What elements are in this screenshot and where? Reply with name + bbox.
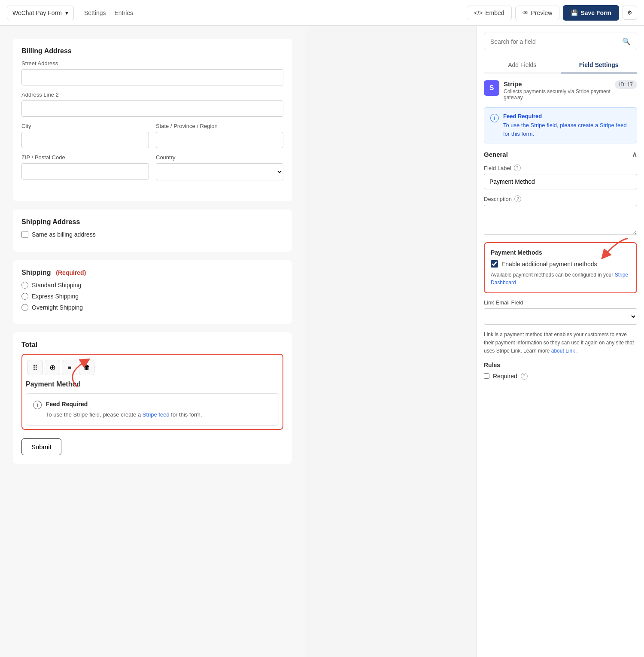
stripe-info: S Stripe Collects payments securely via … — [484, 80, 637, 100]
feed-required-title: Feed Required — [503, 113, 631, 119]
zip-label: ZIP / Postal Code — [21, 154, 149, 161]
feed-required-title: Feed Required — [46, 400, 202, 409]
stripe-feed-panel-link[interactable]: Stripe feed — [600, 122, 627, 128]
required-text: (Required) — [56, 269, 86, 276]
enable-payment-methods-checkbox[interactable] — [491, 260, 498, 268]
payment-toolbar: ⠿ ⊕ ≡ 🗑 — [26, 358, 279, 377]
stripe-feed-link[interactable]: Stripe feed — [143, 411, 170, 418]
feed-required-desc: To use the Stripe field, please create a… — [503, 121, 631, 138]
field-label-input[interactable] — [484, 174, 637, 189]
required-checkbox[interactable] — [484, 373, 489, 379]
billing-title: Billing Address — [21, 47, 283, 55]
country-select[interactable] — [156, 163, 283, 180]
payment-methods-desc: Available payment methods can be configu… — [491, 271, 630, 286]
enable-payment-methods-label: Enable additional payment methods — [501, 261, 597, 268]
tab-field-settings[interactable]: Field Settings — [561, 57, 638, 73]
stripe-details: Stripe Collects payments securely via St… — [504, 80, 611, 100]
form-area: Billing Address Street Address Address L… — [0, 26, 305, 657]
link-email-select[interactable] — [484, 308, 637, 325]
field-settings-button[interactable]: ≡ — [62, 360, 77, 375]
city-label: City — [21, 123, 149, 129]
street-input[interactable] — [21, 69, 283, 85]
stripe-name: Stripe — [504, 80, 611, 88]
stripe-description: Collects payments securely via Stripe pa… — [504, 88, 611, 100]
total-section: Total ⠿ ⊕ ≡ 🗑 — [13, 332, 292, 464]
nav-settings[interactable]: Settings — [84, 8, 106, 18]
express-shipping-row: Express Shipping — [21, 293, 283, 300]
payment-method-label: Payment Method — [26, 380, 279, 388]
description-group: Description ? — [484, 195, 637, 236]
link-email-label-row: Link Email Field — [484, 299, 637, 306]
link-description: Link is a payment method that enables yo… — [484, 331, 637, 356]
form-selector[interactable]: WeChat Pay Form ▾ — [7, 6, 74, 20]
main-layout: Billing Address Street Address Address L… — [0, 26, 644, 657]
code-icon: </> — [474, 9, 483, 16]
feed-required-text: Feed Required To use the Stripe field, p… — [46, 400, 202, 419]
required-label: Required — [493, 373, 517, 380]
header-left: WeChat Pay Form ▾ Settings Entries — [7, 6, 133, 20]
general-header[interactable]: General ∧ — [484, 150, 637, 158]
header-right: </> Embed 👁 Preview 💾 Save Form ⚙ — [467, 5, 637, 21]
standard-shipping-radio[interactable] — [21, 282, 28, 289]
eye-icon: 👁 — [522, 9, 529, 16]
zip-input[interactable] — [21, 163, 149, 179]
shipping-title: Shipping Address — [21, 218, 283, 226]
street-label: Street Address — [21, 60, 283, 67]
overnight-shipping-row: Overnight Shipping — [21, 304, 283, 311]
country-col: Country — [156, 154, 283, 186]
payment-methods-panel: Payment Methods Enable additional paymen… — [484, 242, 637, 293]
drag-icon: ⠿ — [33, 364, 38, 372]
about-link[interactable]: about Link — [551, 348, 575, 354]
standard-shipping-row: Standard Shipping — [21, 282, 283, 289]
shipping-options-section: Shipping (Required) Standard Shipping Ex… — [13, 260, 292, 324]
link-email-label: Link Email Field — [484, 299, 523, 306]
app-header: WeChat Pay Form ▾ Settings Entries </> E… — [0, 0, 644, 26]
delete-field-button[interactable]: 🗑 — [79, 360, 94, 375]
required-help-icon[interactable]: ? — [521, 373, 528, 380]
city-input[interactable] — [21, 132, 149, 148]
nav-entries[interactable]: Entries — [114, 8, 133, 18]
state-label: State / Province / Region — [156, 123, 283, 129]
save-button[interactable]: 💾 Save Form — [563, 5, 619, 21]
embed-button[interactable]: </> Embed — [467, 6, 512, 20]
state-input[interactable] — [156, 132, 283, 148]
feed-required-panel-text: Feed Required To use the Stripe field, p… — [503, 113, 631, 138]
description-label-row: Description ? — [484, 195, 637, 202]
address2-input[interactable] — [21, 100, 283, 117]
overnight-shipping-radio[interactable] — [21, 304, 28, 311]
preview-button[interactable]: 👁 Preview — [515, 6, 560, 20]
city-state-row: City State / Province / Region — [21, 123, 283, 148]
same-billing-checkbox[interactable] — [21, 231, 28, 238]
submit-button[interactable]: Submit — [21, 438, 61, 455]
country-label: Country — [156, 154, 283, 161]
settings-icon: ≡ — [67, 364, 71, 371]
address2-label: Address Line 2 — [21, 91, 283, 98]
field-label-help-icon[interactable]: ? — [514, 164, 521, 171]
shipping-required-row: Shipping (Required) — [21, 269, 283, 277]
description-help-icon[interactable]: ? — [514, 195, 521, 202]
description-textarea[interactable] — [484, 205, 637, 235]
link-email-section: Link Email Field — [484, 299, 637, 325]
panel-info-icon: i — [490, 114, 499, 122]
stripe-logo: S — [484, 80, 499, 96]
add-icon: ⊕ — [49, 363, 56, 372]
stripe-id-badge: ID: 17 — [615, 80, 637, 89]
standard-shipping-label: Standard Shipping — [32, 282, 81, 289]
payment-method-block: ⠿ ⊕ ≡ 🗑 — [21, 354, 283, 430]
field-label-row: Field Label ? — [484, 164, 637, 171]
shipping-required-label: Shipping — [21, 269, 51, 276]
add-field-button[interactable]: ⊕ — [45, 360, 60, 375]
gear-button[interactable]: ⚙ — [623, 6, 637, 20]
tab-add-fields[interactable]: Add Fields — [484, 57, 561, 73]
search-box: 🔍 — [484, 33, 637, 50]
rules-section: Rules Required ? — [484, 362, 637, 380]
search-input[interactable] — [490, 38, 619, 45]
billing-address-section: Billing Address Street Address Address L… — [13, 39, 292, 201]
form-name-label: WeChat Pay Form — [12, 9, 62, 16]
express-shipping-radio[interactable] — [21, 293, 28, 300]
right-panel: 🔍 Add Fields Field Settings S Stripe Col… — [477, 26, 644, 657]
drag-handle-button[interactable]: ⠿ — [27, 360, 43, 375]
payment-methods-title: Payment Methods — [491, 249, 630, 256]
shipping-address-section: Shipping Address Same as billing address — [13, 210, 292, 252]
same-billing-label: Same as billing address — [32, 231, 96, 238]
